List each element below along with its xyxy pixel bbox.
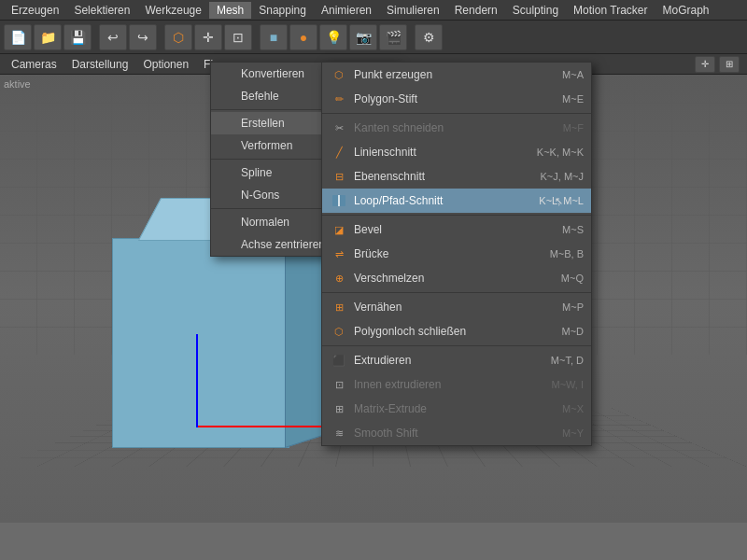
sub-bruecke[interactable]: ⇌ Brücke M~B, B	[322, 242, 591, 266]
verschmelzen-icon: ⊕	[330, 270, 348, 287]
toolbar-undo[interactable]: ↩	[99, 24, 127, 50]
ebenenschnitt-icon: ⊟	[330, 168, 348, 185]
menu-mograph[interactable]: MoGraph	[655, 2, 716, 19]
toolbar: 📄 📁 💾 ↩ ↪ ⬡ ✛ ⊡ ■ ● 💡 📷 🎬 ⚙	[0, 21, 747, 54]
linienschnitt-icon: ╱	[330, 144, 348, 161]
sub-innen-extrudieren: ⊡ Innen extrudieren M~W, I	[322, 372, 591, 397]
polygon-stift-icon: ✏	[330, 91, 348, 107]
spline-icon	[218, 165, 235, 180]
box-left-face	[112, 238, 289, 448]
sub-polygonloch-schliessen[interactable]: ⬡ Polygonloch schließen M~D	[322, 319, 591, 343]
axis-x	[196, 426, 336, 427]
innen-extrude-icon: ⊡	[330, 376, 348, 393]
sec-cameras[interactable]: Cameras	[4, 56, 64, 73]
toolbar-camera[interactable]: 📷	[349, 24, 377, 50]
sub-sep-2	[322, 215, 591, 216]
menu-mesh[interactable]: Mesh	[209, 2, 251, 19]
sec-optionen[interactable]: Optionen	[135, 56, 196, 73]
toolbar-sphere[interactable]: ●	[289, 24, 317, 50]
toolbar-open[interactable]: 📁	[34, 24, 62, 50]
menu-animieren[interactable]: Animieren	[314, 2, 379, 19]
verformen-icon	[218, 138, 235, 153]
menu-erzeugen[interactable]: Erzeugen	[4, 2, 66, 19]
kanten-icon: ✂	[330, 119, 348, 136]
toolbar-new[interactable]: 📄	[4, 24, 32, 50]
toolbar-move[interactable]: ✛	[194, 24, 222, 50]
toolbar-render[interactable]: 🎬	[379, 24, 407, 50]
toolbar-select[interactable]: ⬡	[164, 24, 192, 50]
achse-icon	[218, 237, 235, 252]
toolbar-light[interactable]: 💡	[319, 24, 347, 50]
sub-kanten-schneiden: ✂ Kanten schneiden M~F	[322, 116, 591, 140]
top-menubar: Erzeugen Selektieren Werkzeuge Mesh Snap…	[0, 0, 747, 21]
menu-snapping[interactable]: Snapping	[251, 2, 314, 19]
menu-selektieren[interactable]: Selektieren	[66, 2, 137, 19]
sub-polygon-stift[interactable]: ✏ Polygon-Stift M~E	[322, 87, 591, 111]
menu-simulieren[interactable]: Simulieren	[379, 2, 447, 19]
smooth-shift-icon: ≋	[330, 425, 348, 441]
toolbar-cube[interactable]: ■	[260, 24, 288, 50]
sub-sep-1	[322, 113, 591, 114]
viewport-icon-1[interactable]: ✛	[695, 56, 715, 73]
sub-vernaehen[interactable]: ⊞ Vernähen M~P	[322, 295, 591, 319]
sub-loop-pfad-schnitt[interactable]: Loop/Pfad-Schnitt ↖ K~L, M~L	[322, 189, 591, 213]
sub-smooth-shift: ≋ Smooth Shift M~Y	[322, 421, 591, 445]
sub-linienschnitt[interactable]: ╱ Linienschnitt K~K, M~K	[322, 140, 591, 164]
normalen-icon	[218, 215, 235, 230]
menu-rendern[interactable]: Rendern	[447, 2, 505, 19]
toolbar-settings[interactable]: ⚙	[415, 24, 443, 50]
sub-bevel[interactable]: ◪ Bevel M~S	[322, 217, 591, 242]
vernaehen-icon: ⊞	[330, 299, 348, 315]
sub-sep-4	[322, 345, 591, 346]
menu-werkzeuge[interactable]: Werkzeuge	[137, 2, 208, 19]
sub-sep-3	[322, 292, 591, 293]
erstellen-submenu: ⬡ Punkt erzeugen M~A ✏ Polygon-Stift M~E…	[321, 62, 592, 446]
sub-verschmelzen[interactable]: ⊕ Verschmelzen M~Q	[322, 266, 591, 290]
sub-matrix-extrude: ⊞ Matrix-Extrude M~X	[322, 397, 591, 421]
befehle-icon	[218, 89, 235, 104]
sub-punkt-erzeugen[interactable]: ⬡ Punkt erzeugen M~A	[322, 63, 591, 87]
sub-extrudieren[interactable]: ⬛ Extrudieren M~T, D	[322, 348, 591, 372]
matrix-extrude-icon: ⊞	[330, 400, 348, 417]
bevel-icon: ◪	[330, 221, 348, 238]
sub-ebenenschnitt[interactable]: ⊟ Ebenenschnitt K~J, M~J	[322, 164, 591, 189]
toolbar-scale[interactable]: ⊡	[224, 24, 252, 50]
erstellen-icon	[218, 116, 235, 131]
ngons-icon	[218, 188, 235, 203]
punkt-icon: ⬡	[330, 66, 348, 83]
extrudieren-icon: ⬛	[330, 352, 348, 369]
toolbar-redo[interactable]: ↪	[129, 24, 157, 50]
viewport-icon-2[interactable]: ⊞	[719, 56, 740, 73]
axis-z	[196, 334, 198, 427]
bruecke-icon: ⇌	[330, 245, 348, 262]
viewport-label: aktive	[4, 78, 31, 90]
sec-darstellung[interactable]: Darstellung	[64, 56, 136, 73]
polygonloch-icon: ⬡	[330, 323, 348, 340]
menu-motion-tracker[interactable]: Motion Tracker	[566, 2, 655, 19]
toolbar-save[interactable]: 💾	[63, 24, 92, 50]
menu-sculpting[interactable]: Sculpting	[505, 2, 566, 19]
konvertieren-icon	[218, 66, 235, 81]
loop-cut-icon	[330, 192, 348, 209]
